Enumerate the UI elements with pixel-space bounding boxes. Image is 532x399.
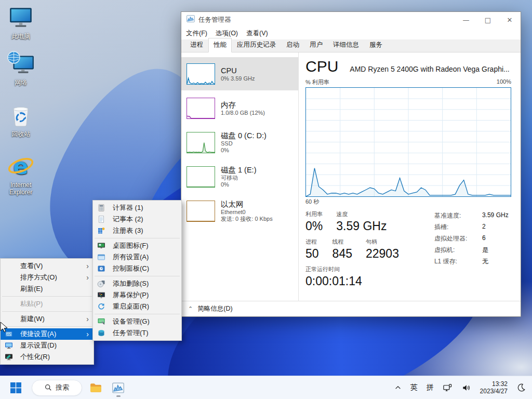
ime-language-indicator[interactable]: 英: [410, 383, 418, 392]
menu-item-label: 控制面板(C): [113, 264, 149, 273]
sidebar-item-detail: 0% 3.59 GHz: [221, 75, 255, 82]
sidebar-item-title: 磁盘 0 (C: D:): [221, 131, 267, 140]
running-app-indicator: [116, 395, 121, 397]
menubar-item-1[interactable]: 选项(O): [216, 29, 238, 38]
desktop-icon-recycle-bin[interactable]: 回收站: [1, 103, 41, 139]
device-manager-icon: [97, 317, 108, 326]
minimize-button[interactable]: —: [455, 12, 477, 28]
quick-menu-item-9[interactable]: 屏幕保护(P): [93, 289, 181, 301]
sidebar-item-cpu[interactable]: CPU0% 3.59 GHz: [181, 57, 298, 90]
context-menu-item-6[interactable]: 新建(W)›: [1, 313, 94, 325]
quick-menu-item-12[interactable]: 设备管理(G): [93, 316, 181, 327]
cpu-usage-graph[interactable]: [305, 87, 511, 197]
sidebar-item-ethernet[interactable]: 以太网Ethernet0发送: 0 接收: 0 Kbps: [181, 194, 298, 228]
stat-row: 进程50线程845句柄22903: [305, 238, 413, 261]
mini-graph-icon: [187, 98, 215, 119]
stat-label: 正常运行时间: [305, 265, 362, 273]
sidebar-item-detail: 发送: 0 接收: 0 Kbps: [221, 216, 273, 222]
ime-mode-indicator[interactable]: 拼: [427, 383, 434, 392]
stat-row: 利用率0%速度3.59 GHz: [305, 210, 413, 233]
tab-详细信息[interactable]: 详细信息: [328, 38, 364, 52]
menubar-item-2[interactable]: 查看(V): [246, 29, 268, 38]
task-manager-icon: [112, 382, 124, 394]
calculator-icon: [97, 204, 108, 212]
menu-item-label: 个性化(R): [20, 352, 50, 362]
info-row: 虚拟机:是: [434, 246, 509, 255]
stat-value: 0%: [305, 219, 323, 233]
network-icon[interactable]: [443, 383, 453, 393]
collapse-chevron-icon[interactable]: ⌃: [188, 305, 193, 312]
cpu-model-name: AMD Ryzen 5 2400G with Radeon Vega Graph…: [350, 65, 511, 73]
tab-服务[interactable]: 服务: [364, 38, 388, 52]
menu-icon-slot: [5, 300, 15, 308]
sidebar-item-memory[interactable]: 内存1.0/8.0 GB (12%): [181, 91, 298, 125]
desktop-icon-network[interactable]: 网络: [1, 50, 41, 87]
desktop-icon-internet-explorer[interactable]: eInternet Explorer: [1, 152, 41, 196]
quick-menu-item-2[interactable]: 注册表 (3): [93, 225, 181, 236]
file-explorer-button[interactable]: [86, 378, 105, 397]
context-menu-item-8[interactable]: 便捷设置(A)›: [1, 328, 94, 340]
menu-item-label: 粘贴(P): [20, 299, 43, 309]
close-button[interactable]: ✕: [499, 12, 521, 28]
context-menu-item-0[interactable]: 查看(V)›: [1, 260, 94, 272]
desktop-icon-label: 回收站: [1, 130, 41, 139]
context-menu-item-1[interactable]: 排序方式(O)›: [1, 272, 94, 283]
performance-sidebar: CPU0% 3.59 GHz 内存1.0/8.0 GB (12%) 磁盘 0 (…: [181, 52, 299, 301]
sidebar-item-disk1[interactable]: 磁盘 1 (E:)可移动0%: [181, 160, 298, 193]
quick-menu-item-13[interactable]: 任务管理(T): [93, 327, 181, 339]
stat-label: 速度: [336, 210, 387, 218]
tray-time: 13:32: [480, 380, 508, 388]
stat-label: 句柄: [366, 238, 399, 246]
tab-进程[interactable]: 进程: [185, 38, 208, 52]
sidebar-item-text: CPU0% 3.59 GHz: [221, 66, 255, 82]
tab-应用历史记录[interactable]: 应用历史记录: [232, 38, 281, 52]
stat-利用率: 利用率0%: [305, 210, 323, 233]
menu-item-label: 重启桌面(R): [113, 302, 149, 311]
window-title: 任务管理器: [198, 16, 231, 24]
submenu-arrow-icon: ›: [86, 330, 89, 338]
quick-menu-item-0[interactable]: 计算器 (1): [93, 202, 181, 214]
start-button[interactable]: [6, 378, 25, 397]
task-manager-icon: [97, 329, 108, 337]
menu-item-label: 设备管理(G): [113, 317, 150, 326]
svg-text:e: e: [14, 153, 29, 179]
sidebar-item-disk0[interactable]: 磁盘 0 (C: D:)SSD0%: [181, 126, 298, 159]
menu-icon-slot: [5, 273, 15, 282]
maximize-button[interactable]: □: [477, 12, 499, 28]
context-menu-item-2[interactable]: 刷新(E): [1, 283, 94, 295]
context-menu-item-9[interactable]: 显示设置(D): [1, 340, 94, 351]
tab-bar: 进程性能应用历史记录启动用户详细信息服务: [181, 39, 521, 52]
quick-menu-item-1[interactable]: 记事本 (2): [93, 214, 181, 225]
desktop-icon-this-pc[interactable]: 此电脑: [1, 5, 41, 41]
mini-graph-icon: [187, 166, 215, 188]
quick-menu-item-5[interactable]: 所有设置(A): [93, 251, 181, 263]
restart-icon: [97, 302, 108, 311]
screensaver-icon: [97, 291, 108, 299]
quick-menu-item-4[interactable]: 桌面图标(F): [93, 240, 181, 251]
menubar-item-0[interactable]: 文件(F): [186, 29, 207, 38]
tab-性能[interactable]: 性能: [208, 38, 232, 52]
summary-view-toggle[interactable]: 简略信息(D): [197, 304, 232, 313]
tab-用户[interactable]: 用户: [304, 38, 328, 52]
quick-menu-item-8[interactable]: 添加删除(S): [93, 278, 181, 289]
quick-menu-item-6[interactable]: 控制面板(C): [93, 263, 181, 274]
do-not-disturb-moon-icon[interactable]: [516, 383, 526, 392]
search-box[interactable]: 搜索: [32, 380, 82, 396]
context-menu-item-10[interactable]: 个性化(R): [1, 351, 94, 363]
this-pc-icon: [1, 5, 41, 31]
info-row: 虚拟处理器:6: [434, 234, 509, 243]
tray-overflow-chevron-icon[interactable]: [394, 384, 402, 391]
search-label: 搜索: [56, 383, 69, 392]
task-manager-taskbar-button[interactable]: [109, 378, 128, 397]
title-bar[interactable]: 任务管理器 — □ ✕: [181, 12, 521, 28]
speaker-icon[interactable]: [461, 383, 471, 393]
clock[interactable]: 13:32 2023/4/27: [480, 380, 508, 395]
tab-启动[interactable]: 启动: [281, 38, 304, 52]
menu-item-label: 便捷设置(A): [20, 329, 56, 339]
quick-menu-item-10[interactable]: 重启桌面(R): [93, 301, 181, 312]
context-menu-item-4[interactable]: 粘贴(P): [1, 298, 94, 310]
stat-正常运行时间: 正常运行时间0:00:01:14: [305, 265, 362, 288]
stat-线程: 线程845: [332, 238, 352, 261]
task-manager-icon: [187, 15, 195, 25]
notepad-icon: [97, 215, 108, 223]
